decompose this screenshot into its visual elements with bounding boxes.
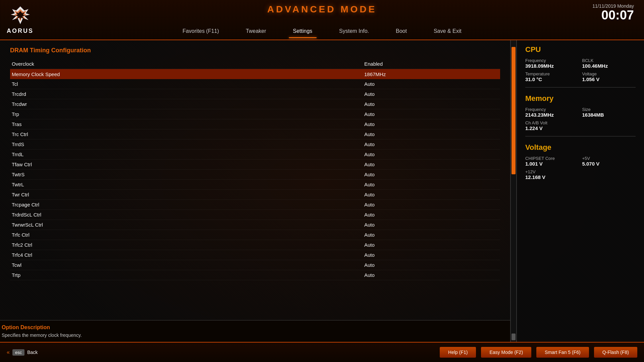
setting-name: TrrdS bbox=[12, 141, 364, 147]
right-panel: CPU Frequency 3918.09MHz BCLK 100.46MHz … bbox=[517, 40, 644, 342]
section-title: DRAM Timing Configuration bbox=[10, 47, 500, 54]
cpu-frequency-label: Frequency bbox=[525, 58, 579, 63]
nav-boot[interactable]: Boot bbox=[382, 25, 420, 37]
volt-5v-value: 5.070 V bbox=[582, 161, 636, 167]
scrollbar[interactable] bbox=[511, 40, 517, 342]
esc-back-button[interactable]: « esc Back bbox=[7, 349, 38, 356]
settings-row[interactable]: TwtrSAuto bbox=[10, 170, 500, 180]
nav-settings[interactable]: Settings bbox=[279, 25, 326, 37]
settings-row[interactable]: TrrdLAuto bbox=[10, 149, 500, 160]
time-display: 00:07 bbox=[592, 9, 634, 21]
settings-row[interactable]: Trfc4 CtrlAuto bbox=[10, 250, 500, 260]
settings-row[interactable]: Twr CtrlAuto bbox=[10, 190, 500, 200]
settings-row[interactable]: TrpAuto bbox=[10, 109, 500, 119]
setting-name: Memory Clock Speed bbox=[12, 71, 364, 77]
option-desc-title: Option Description bbox=[2, 324, 508, 330]
volt-chipset-value: 1.001 V bbox=[525, 161, 579, 167]
scrollbar-thumb[interactable] bbox=[512, 47, 516, 174]
scrollbar-end bbox=[512, 334, 516, 340]
setting-name: Overclock bbox=[12, 61, 364, 67]
bottom-buttons: Help (F1) Easy Mode (F2) Smart Fan 5 (F6… bbox=[440, 347, 637, 358]
settings-row[interactable]: TwtrLAuto bbox=[10, 180, 500, 190]
setting-value: Auto bbox=[364, 202, 498, 207]
setting-value: Auto bbox=[364, 212, 498, 218]
settings-row[interactable]: TcwlAuto bbox=[10, 260, 500, 270]
settings-row[interactable]: Memory Clock Speed1867MHz bbox=[10, 69, 500, 79]
volt-5v-label: +5V bbox=[582, 156, 636, 161]
settings-row[interactable]: TrdrdScL CtrlAuto bbox=[10, 210, 500, 220]
mem-size-value: 16384MB bbox=[582, 112, 636, 118]
setting-value: Auto bbox=[364, 91, 498, 97]
setting-value: Auto bbox=[364, 81, 498, 87]
mem-frequency-value: 2143.23MHz bbox=[525, 112, 579, 118]
cpu-temp-label: Temperature bbox=[525, 71, 579, 76]
settings-row[interactable]: TrtpAuto bbox=[10, 270, 500, 280]
volt-12v-item: +12V 12.168 V bbox=[525, 169, 579, 180]
setting-name: TwtrL bbox=[12, 182, 364, 187]
volt-12v-label: +12V bbox=[525, 169, 579, 174]
settings-row[interactable]: Tfaw CtrlAuto bbox=[10, 160, 500, 170]
easy-mode-button[interactable]: Easy Mode (F2) bbox=[481, 347, 531, 358]
volt-chipset-item: CHIPSET Core 1.001 V bbox=[525, 156, 579, 167]
setting-value: 1867MHz bbox=[364, 71, 498, 77]
smart-fan-button[interactable]: Smart Fan 5 (F6) bbox=[536, 347, 589, 358]
cpu-temp-value: 31.0 °C bbox=[525, 76, 579, 82]
settings-row[interactable]: Trc CtrlAuto bbox=[10, 129, 500, 139]
option-desc-text: Specifies the memory clock frequency. bbox=[2, 333, 508, 338]
setting-value: Auto bbox=[364, 262, 498, 268]
mem-chvolt-item: Ch A/B Volt 1.224 V bbox=[525, 120, 579, 131]
setting-name: Tfaw Ctrl bbox=[12, 162, 364, 167]
mem-chvolt-value: 1.224 V bbox=[525, 125, 579, 131]
settings-row[interactable]: Trfc2 CtrlAuto bbox=[10, 240, 500, 250]
settings-row[interactable]: TwrwrScL CtrlAuto bbox=[10, 220, 500, 230]
settings-row[interactable]: TrrdSAuto bbox=[10, 139, 500, 149]
qflash-button[interactable]: Q-Flash (F8) bbox=[594, 347, 637, 358]
setting-name: Tcl bbox=[12, 81, 364, 87]
setting-value: Auto bbox=[364, 111, 498, 117]
volt-5v-item: +5V 5.070 V bbox=[582, 156, 636, 167]
esc-key-badge: esc bbox=[12, 349, 24, 356]
nav-save-exit[interactable]: Save & Exit bbox=[420, 25, 475, 37]
setting-name: TrrdL bbox=[12, 152, 364, 157]
help-button[interactable]: Help (F1) bbox=[440, 347, 476, 358]
chevron-left-icon: « bbox=[7, 349, 10, 355]
setting-value: Auto bbox=[364, 101, 498, 107]
bottom-bar: « esc Back Help (F1) Easy Mode (F2) Smar… bbox=[0, 342, 644, 362]
setting-name: Trc Ctrl bbox=[12, 131, 364, 137]
mem-size-label: Size bbox=[582, 107, 636, 112]
settings-row[interactable]: TclAuto bbox=[10, 79, 500, 89]
settings-row[interactable]: TrcdwrAuto bbox=[10, 99, 500, 109]
setting-value: Auto bbox=[364, 182, 498, 187]
settings-row[interactable]: TrasAuto bbox=[10, 119, 500, 129]
nav-sysinfo[interactable]: System Info. bbox=[326, 25, 382, 37]
cpu-bclk-item: BCLK 100.46MHz bbox=[582, 58, 636, 69]
settings-row[interactable]: TrcdrdAuto bbox=[10, 89, 500, 99]
mem-frequency-label: Frequency bbox=[525, 107, 579, 112]
setting-value: Auto bbox=[364, 172, 498, 177]
setting-name: Trfc4 Ctrl bbox=[12, 252, 364, 258]
mem-size-item: Size 16384MB bbox=[582, 107, 636, 118]
setting-value: Auto bbox=[364, 131, 498, 137]
setting-name: Trcdwr bbox=[12, 101, 364, 107]
setting-value: Auto bbox=[364, 141, 498, 147]
main-layout: DRAM Timing Configuration OverclockEnabl… bbox=[0, 40, 644, 342]
setting-value: Auto bbox=[364, 242, 498, 248]
main-nav: Favorites (F11) Tweaker Settings System … bbox=[0, 23, 644, 40]
setting-name: Tcwl bbox=[12, 262, 364, 268]
settings-row[interactable]: Trfc CtrlAuto bbox=[10, 230, 500, 240]
nav-favorites[interactable]: Favorites (F11) bbox=[169, 25, 232, 37]
nav-tweaker[interactable]: Tweaker bbox=[232, 25, 279, 37]
setting-value: Auto bbox=[364, 272, 498, 278]
setting-value: Auto bbox=[364, 232, 498, 238]
volt-12v-value: 12.168 V bbox=[525, 174, 579, 180]
cpu-frequency-value: 3918.09MHz bbox=[525, 63, 579, 69]
setting-value: Auto bbox=[364, 252, 498, 258]
setting-name: Trfc Ctrl bbox=[12, 232, 364, 238]
mem-chvolt-label: Ch A/B Volt bbox=[525, 120, 579, 125]
cpu-temp-item: Temperature 31.0 °C bbox=[525, 71, 579, 82]
setting-name: Trfc2 Ctrl bbox=[12, 242, 364, 248]
settings-row[interactable]: OverclockEnabled bbox=[10, 59, 500, 69]
setting-value: Enabled bbox=[364, 61, 498, 67]
settings-row[interactable]: Trcpage CtrlAuto bbox=[10, 200, 500, 210]
setting-name: Trcpage Ctrl bbox=[12, 202, 364, 207]
